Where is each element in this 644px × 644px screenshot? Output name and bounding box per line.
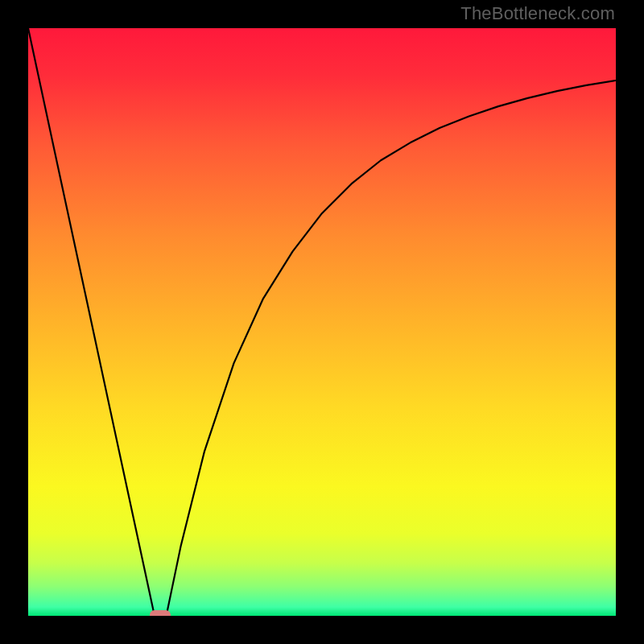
chart-frame: TheBottleneck.com xyxy=(0,0,644,644)
right-branch-line xyxy=(167,80,616,616)
watermark-text: TheBottleneck.com xyxy=(460,3,615,24)
plot-area xyxy=(28,28,616,616)
curve-layer xyxy=(28,28,616,616)
left-branch-line xyxy=(28,28,155,616)
optimal-marker xyxy=(150,610,171,616)
